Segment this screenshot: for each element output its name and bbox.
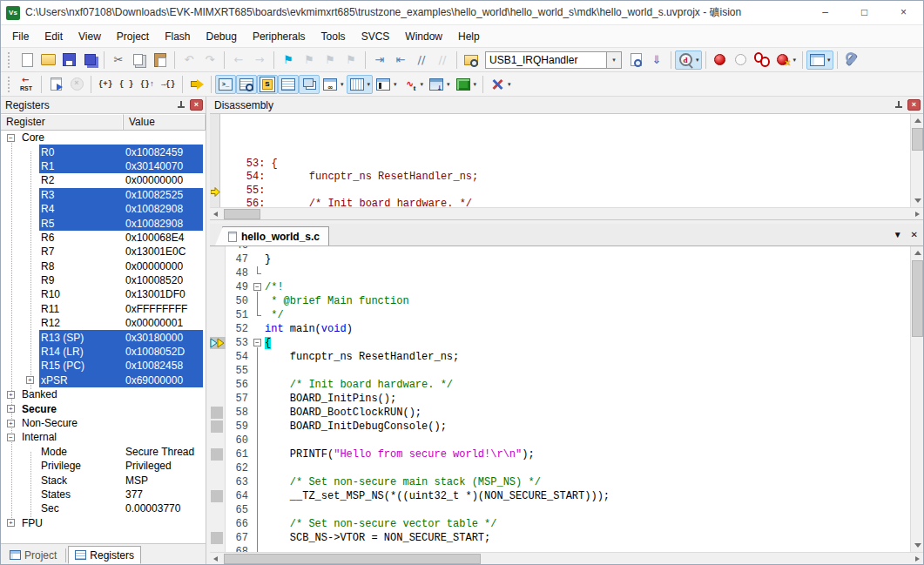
step-out-button[interactable]: {}↑ xyxy=(137,75,158,94)
fold-margin[interactable] xyxy=(253,503,263,517)
dropdown-arrow-icon[interactable]: ▾ xyxy=(508,81,511,88)
scroll-thumb[interactable] xyxy=(224,209,260,219)
tab-close-icon[interactable]: ✕ xyxy=(911,229,918,241)
new-file-button[interactable] xyxy=(17,50,37,70)
code-text[interactable] xyxy=(263,503,910,517)
debug-tools-button[interactable]: ▾ xyxy=(487,75,514,94)
step-over-button[interactable]: { } xyxy=(116,75,137,94)
menu-window[interactable]: Window xyxy=(397,26,450,47)
save-button[interactable] xyxy=(58,50,79,70)
close-button[interactable]: × xyxy=(884,1,923,24)
code-text[interactable]: /* Set non-secure vector table */ xyxy=(263,517,910,531)
register-row-privilege[interactable]: PrivilegePrivileged xyxy=(1,459,206,473)
find-in-files-button[interactable] xyxy=(461,50,482,70)
fold-margin[interactable]: − xyxy=(253,336,263,350)
fold-margin[interactable] xyxy=(253,246,263,252)
editor-margin[interactable] xyxy=(210,392,226,406)
fold-margin[interactable] xyxy=(253,322,263,336)
kill-all-breakpoints-button[interactable]: ▾ xyxy=(772,50,799,70)
expand-icon[interactable]: + xyxy=(7,405,15,413)
code-text[interactable]: * ········ ···· ··· xyxy=(263,246,910,252)
editor-margin[interactable] xyxy=(210,531,226,545)
tab-hello-world-s-c[interactable]: hello_world_s.c xyxy=(222,226,329,246)
find-text-combo[interactable]: USB1_IRQHandler▾ xyxy=(485,51,622,69)
fold-margin[interactable] xyxy=(253,447,263,461)
minimize-button[interactable]: – xyxy=(806,1,845,24)
code-text[interactable]: /*! xyxy=(263,280,910,294)
reset-button[interactable] xyxy=(17,75,37,94)
editor-margin[interactable] xyxy=(210,447,226,461)
register-row-r3[interactable]: R30x10082525 xyxy=(1,188,206,202)
register-row-r15-pc-[interactable]: R15 (PC)0x10082458 xyxy=(1,359,206,373)
register-row-fpu[interactable]: +FPU xyxy=(1,516,206,530)
editor-margin[interactable] xyxy=(210,503,226,517)
unindent-button[interactable]: ⇤ xyxy=(390,50,411,70)
code-line-54[interactable]: 54 funcptr_ns ResetHandler_ns; xyxy=(210,350,910,364)
scroll-right-arrow[interactable] xyxy=(911,553,923,565)
fold-margin[interactable] xyxy=(253,420,263,434)
menu-tools[interactable]: Tools xyxy=(314,26,354,47)
insert-remove-breakpoint-button[interactable] xyxy=(710,50,731,70)
disassembly-line[interactable]: 53: { xyxy=(221,158,910,172)
code-text[interactable]: __TZ_set_MSP_NS(*((uint32_t *)(NON_SECUR… xyxy=(263,489,910,503)
disassembly-hscrollbar[interactable] xyxy=(210,207,923,219)
editor-margin[interactable] xyxy=(210,350,226,364)
code-line-56[interactable]: 56 /* Init board hardware. */ xyxy=(210,378,910,392)
fold-margin[interactable] xyxy=(253,266,263,280)
menu-file[interactable]: File xyxy=(4,26,37,47)
editor-margin[interactable] xyxy=(210,252,226,266)
editor-margin[interactable] xyxy=(210,489,226,503)
expand-icon[interactable]: + xyxy=(7,519,15,527)
registers-tree[interactable]: −CoreR00x10082459R10x30140070R20x0000000… xyxy=(1,131,206,543)
combo-dropdown-icon[interactable]: ▾ xyxy=(607,51,622,69)
dropdown-arrow-icon[interactable]: ▾ xyxy=(474,81,477,88)
code-line-58[interactable]: 58 BOARD_BootClockRUN(); xyxy=(210,406,910,420)
code-line-48[interactable]: 48 xyxy=(210,266,910,280)
symbol-window-button[interactable] xyxy=(257,75,278,94)
register-row-r6[interactable]: R60x100068E4 xyxy=(1,231,206,245)
scroll-thumb[interactable] xyxy=(912,260,923,337)
incremental-find-button[interactable]: ⇓ xyxy=(646,50,667,70)
editor-margin[interactable] xyxy=(210,420,226,434)
code-line-47[interactable]: 47} xyxy=(210,252,910,266)
fold-margin[interactable] xyxy=(253,252,263,266)
code-text[interactable] xyxy=(263,545,910,552)
redo-button[interactable]: ↷ xyxy=(199,50,220,70)
workspace-tab-project[interactable]: Project xyxy=(3,546,64,564)
register-row-r10[interactable]: R100x13001DF0 xyxy=(1,287,206,301)
scroll-down-arrow[interactable] xyxy=(911,539,924,552)
collapse-icon[interactable]: − xyxy=(7,134,15,142)
disable-all-breakpoints-button[interactable] xyxy=(752,50,772,70)
menu-debug[interactable]: Debug xyxy=(199,26,245,47)
navigate-back-button[interactable]: ← xyxy=(228,50,249,70)
scroll-right-arrow[interactable] xyxy=(911,208,923,220)
code-text[interactable]: /* Init board hardware. */ xyxy=(263,378,910,392)
fold-margin[interactable] xyxy=(253,406,263,420)
paste-button[interactable] xyxy=(150,50,171,70)
next-bookmark-button[interactable]: ⚑ xyxy=(299,50,320,70)
system-viewer-button[interactable]: ▾ xyxy=(426,75,453,94)
scroll-up-arrow[interactable] xyxy=(911,114,924,127)
uncomment-button[interactable]: // xyxy=(432,50,453,70)
code-text[interactable]: int main(void) xyxy=(263,322,910,336)
disassembly-line[interactable]: 56: /* Init board hardware. */ xyxy=(221,198,910,207)
editor-margin[interactable] xyxy=(210,308,226,322)
register-row-r8[interactable]: R80x00000000 xyxy=(1,259,206,273)
editor-margin[interactable] xyxy=(210,434,226,447)
code-text[interactable]: BOARD_BootClockRUN(); xyxy=(263,406,910,420)
find-text-input[interactable]: USB1_IRQHandler xyxy=(485,51,607,69)
fold-margin[interactable] xyxy=(253,308,263,322)
editor-margin[interactable] xyxy=(210,322,226,336)
register-row-core[interactable]: −Core xyxy=(1,131,206,145)
fold-collapse-icon[interactable]: − xyxy=(253,339,261,346)
menu-help[interactable]: Help xyxy=(450,26,488,47)
menu-svcs[interactable]: SVCS xyxy=(354,26,398,47)
code-text[interactable]: SCB_NS->VTOR = NON_SECURE_START; xyxy=(263,531,910,545)
scroll-left-arrow[interactable] xyxy=(210,553,222,565)
dropdown-arrow-icon[interactable]: ▾ xyxy=(447,81,450,88)
code-text[interactable]: */ xyxy=(263,308,910,322)
code-line-65[interactable]: 65 xyxy=(210,503,910,517)
register-row-r2[interactable]: R20x00000000 xyxy=(1,173,206,187)
register-row-xpsr[interactable]: +xPSR0x69000000 xyxy=(1,373,206,387)
expand-icon[interactable]: + xyxy=(7,391,15,399)
